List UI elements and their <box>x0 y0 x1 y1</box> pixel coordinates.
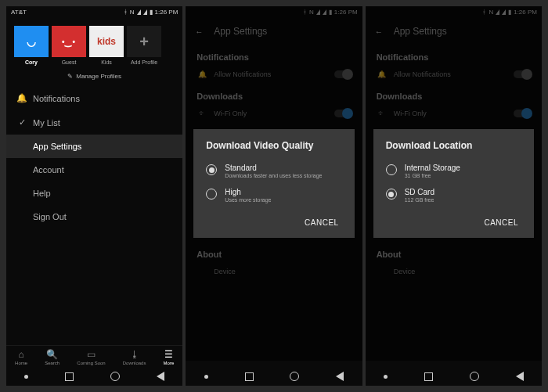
back-icon[interactable] <box>157 372 164 381</box>
assist-icon[interactable] <box>384 375 388 379</box>
tab-more[interactable]: ☰More <box>164 349 175 365</box>
dialog-scrim[interactable]: Download Video Quality StandardDownloads… <box>186 6 362 361</box>
home-button-icon[interactable] <box>470 372 479 381</box>
assist-icon[interactable] <box>204 375 208 379</box>
tab-search[interactable]: 🔍Search <box>45 349 59 365</box>
dialog-title: Download Location <box>386 140 521 151</box>
android-nav <box>366 367 542 386</box>
phone-location-dialog: ᚼN▮1:26 PM ← App Settings Notifications … <box>366 6 542 386</box>
profile-add[interactable]: +Add Profile <box>127 26 161 65</box>
radio-icon <box>386 164 397 175</box>
phone-more-screen: AT&T ᚼ N ▮ 1:26 PM Cory Guest kidsKids +… <box>6 6 182 386</box>
pencil-icon: ✎ <box>67 73 73 80</box>
avatar <box>52 26 86 57</box>
dialog-scrim[interactable]: Download Location Internal Storage31 GB … <box>366 6 542 361</box>
signal-icon <box>137 9 141 15</box>
option-high[interactable]: HighUses more storage <box>206 183 341 207</box>
menu-help[interactable]: Help <box>6 182 182 205</box>
option-sd-card[interactable]: SD Card112 GB free <box>386 183 521 207</box>
phone-quality-dialog: ᚼN▮1:26 PM ← App Settings Notifications … <box>186 6 362 386</box>
recents-icon[interactable] <box>424 372 433 381</box>
recents-icon[interactable] <box>245 372 254 381</box>
menu-notifications[interactable]: 🔔Notifications <box>6 86 182 110</box>
radio-icon <box>206 164 217 175</box>
manage-profiles[interactable]: ✎Manage Profiles <box>6 68 182 86</box>
wifi-icon <box>143 9 147 15</box>
recents-icon[interactable] <box>65 372 74 381</box>
battery-icon: ▮ <box>150 9 153 16</box>
check-icon: ✓ <box>17 117 27 128</box>
radio-icon <box>206 189 217 200</box>
search-icon: 🔍 <box>46 349 58 360</box>
option-standard[interactable]: StandardDownloads faster and uses less s… <box>206 159 341 183</box>
more-menu: 🔔Notifications ✓My List App Settings Acc… <box>6 86 182 228</box>
android-nav <box>6 367 182 386</box>
plus-icon: + <box>127 26 161 57</box>
cancel-button[interactable]: CANCEL <box>481 214 521 232</box>
carrier: AT&T <box>11 9 27 16</box>
status-bar: AT&T ᚼ N ▮ 1:26 PM <box>6 6 182 18</box>
more-icon: ☰ <box>164 349 173 360</box>
clock: 1:26 PM <box>155 9 178 16</box>
profile-kids[interactable]: kidsKids <box>89 26 124 65</box>
dialog-download-quality: Download Video Quality StandardDownloads… <box>193 129 354 238</box>
avatar <box>14 26 49 57</box>
downloads-icon: ⭳ <box>130 349 139 360</box>
radio-icon <box>386 189 397 200</box>
dialog-title: Download Video Quality <box>206 140 341 151</box>
tab-home[interactable]: ⌂Home <box>15 349 27 365</box>
avatar: kids <box>89 26 124 57</box>
android-nav <box>186 367 362 386</box>
back-icon[interactable] <box>336 372 344 381</box>
profile-cory[interactable]: Cory <box>14 26 49 65</box>
option-internal-storage[interactable]: Internal Storage31 GB free <box>386 159 521 183</box>
nfc-icon: N <box>130 9 135 16</box>
coming-soon-icon: ▭ <box>87 349 96 360</box>
assist-icon[interactable] <box>24 375 28 379</box>
cancel-button[interactable]: CANCEL <box>301 214 342 232</box>
tab-coming-soon[interactable]: ▭Coming Soon <box>77 349 105 365</box>
profile-guest[interactable]: Guest <box>52 26 86 65</box>
home-button-icon[interactable] <box>110 372 120 381</box>
menu-sign-out[interactable]: Sign Out <box>6 205 182 228</box>
menu-my-list[interactable]: ✓My List <box>6 110 182 135</box>
bottom-nav: ⌂Home 🔍Search ▭Coming Soon ⭳Downloads ☰M… <box>6 345 182 367</box>
bluetooth-icon: ᚼ <box>124 9 128 16</box>
back-icon[interactable] <box>516 372 524 381</box>
dialog-download-location: Download Location Internal Storage31 GB … <box>373 129 534 238</box>
home-button-icon[interactable] <box>290 372 299 381</box>
bell-icon: 🔔 <box>17 93 27 103</box>
menu-app-settings[interactable]: App Settings <box>6 135 182 158</box>
menu-account[interactable]: Account <box>6 158 182 182</box>
home-icon: ⌂ <box>18 349 23 360</box>
profile-row: Cory Guest kidsKids +Add Profile <box>6 18 182 68</box>
tab-downloads[interactable]: ⭳Downloads <box>123 349 146 365</box>
